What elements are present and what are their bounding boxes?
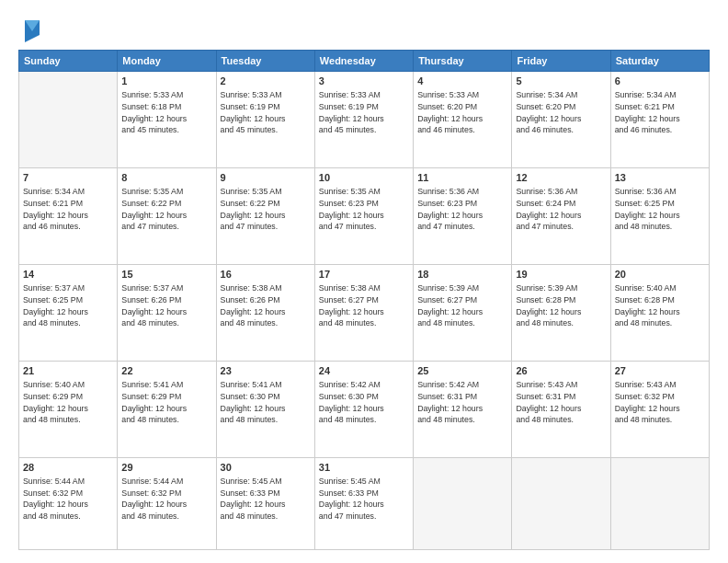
day-number: 27 xyxy=(615,364,705,378)
calendar-cell: 23Sunrise: 5:41 AM Sunset: 6:30 PM Dayli… xyxy=(216,361,314,457)
calendar-cell xyxy=(19,72,118,168)
calendar-cell: 26Sunrise: 5:43 AM Sunset: 6:31 PM Dayli… xyxy=(512,361,610,457)
day-number: 16 xyxy=(221,268,311,282)
day-info: Sunrise: 5:44 AM Sunset: 6:32 PM Dayligh… xyxy=(23,477,88,522)
calendar-cell: 20Sunrise: 5:40 AM Sunset: 6:28 PM Dayli… xyxy=(610,264,709,361)
calendar-cell: 9Sunrise: 5:35 AM Sunset: 6:22 PM Daylig… xyxy=(216,167,314,264)
day-info: Sunrise: 5:33 AM Sunset: 6:19 PM Dayligh… xyxy=(319,90,384,135)
calendar-cell: 5Sunrise: 5:34 AM Sunset: 6:20 PM Daylig… xyxy=(512,72,610,168)
week-row-4: 21Sunrise: 5:40 AM Sunset: 6:29 PM Dayli… xyxy=(19,361,710,457)
day-info: Sunrise: 5:42 AM Sunset: 6:31 PM Dayligh… xyxy=(417,380,483,425)
day-number: 23 xyxy=(221,364,311,378)
calendar-cell: 21Sunrise: 5:40 AM Sunset: 6:29 PM Dayli… xyxy=(19,361,118,457)
day-info: Sunrise: 5:43 AM Sunset: 6:32 PM Dayligh… xyxy=(615,380,680,425)
day-info: Sunrise: 5:35 AM Sunset: 6:22 PM Dayligh… xyxy=(121,187,187,232)
day-number: 19 xyxy=(516,268,606,282)
day-info: Sunrise: 5:43 AM Sunset: 6:31 PM Dayligh… xyxy=(516,380,581,425)
day-number: 13 xyxy=(615,171,705,185)
day-number: 8 xyxy=(121,171,211,185)
calendar-cell: 28Sunrise: 5:44 AM Sunset: 6:32 PM Dayli… xyxy=(19,457,118,549)
calendar-cell: 13Sunrise: 5:36 AM Sunset: 6:25 PM Dayli… xyxy=(610,167,709,264)
day-number: 28 xyxy=(23,461,113,475)
calendar-cell: 7Sunrise: 5:34 AM Sunset: 6:21 PM Daylig… xyxy=(19,167,118,264)
day-number: 24 xyxy=(319,364,409,378)
day-number: 31 xyxy=(319,461,409,475)
day-number: 7 xyxy=(23,171,113,185)
calendar-cell: 29Sunrise: 5:44 AM Sunset: 6:32 PM Dayli… xyxy=(118,457,216,549)
calendar-cell: 17Sunrise: 5:38 AM Sunset: 6:27 PM Dayli… xyxy=(314,264,413,361)
day-number: 9 xyxy=(221,171,311,185)
day-info: Sunrise: 5:35 AM Sunset: 6:22 PM Dayligh… xyxy=(221,187,286,232)
calendar-cell: 11Sunrise: 5:36 AM Sunset: 6:23 PM Dayli… xyxy=(414,167,512,264)
col-tuesday: Tuesday xyxy=(216,51,314,72)
calendar-cell: 12Sunrise: 5:36 AM Sunset: 6:24 PM Dayli… xyxy=(512,167,610,264)
day-number: 29 xyxy=(121,461,211,475)
day-info: Sunrise: 5:39 AM Sunset: 6:27 PM Dayligh… xyxy=(417,283,483,328)
day-info: Sunrise: 5:38 AM Sunset: 6:26 PM Dayligh… xyxy=(221,283,286,328)
calendar-cell: 15Sunrise: 5:37 AM Sunset: 6:26 PM Dayli… xyxy=(118,264,216,361)
day-info: Sunrise: 5:36 AM Sunset: 6:25 PM Dayligh… xyxy=(615,187,680,232)
col-monday: Monday xyxy=(118,51,216,72)
calendar-cell: 4Sunrise: 5:33 AM Sunset: 6:20 PM Daylig… xyxy=(414,72,512,168)
day-number: 30 xyxy=(221,461,311,475)
day-info: Sunrise: 5:34 AM Sunset: 6:21 PM Dayligh… xyxy=(615,90,680,135)
day-info: Sunrise: 5:35 AM Sunset: 6:23 PM Dayligh… xyxy=(319,187,384,232)
day-info: Sunrise: 5:34 AM Sunset: 6:21 PM Dayligh… xyxy=(23,187,88,232)
week-row-1: 1Sunrise: 5:33 AM Sunset: 6:18 PM Daylig… xyxy=(19,72,710,168)
day-info: Sunrise: 5:45 AM Sunset: 6:33 PM Dayligh… xyxy=(221,477,286,522)
calendar-cell: 19Sunrise: 5:39 AM Sunset: 6:28 PM Dayli… xyxy=(512,264,610,361)
day-number: 14 xyxy=(23,268,113,282)
calendar-cell: 6Sunrise: 5:34 AM Sunset: 6:21 PM Daylig… xyxy=(610,72,709,168)
day-info: Sunrise: 5:39 AM Sunset: 6:28 PM Dayligh… xyxy=(516,283,581,328)
logo xyxy=(18,18,41,44)
day-info: Sunrise: 5:34 AM Sunset: 6:20 PM Dayligh… xyxy=(516,90,581,135)
day-number: 25 xyxy=(417,364,507,378)
day-number: 26 xyxy=(516,364,606,378)
header xyxy=(18,17,710,44)
day-info: Sunrise: 5:33 AM Sunset: 6:20 PM Dayligh… xyxy=(417,90,483,135)
calendar-cell: 3Sunrise: 5:33 AM Sunset: 6:19 PM Daylig… xyxy=(314,72,413,168)
day-number: 10 xyxy=(319,171,409,185)
logo-icon xyxy=(21,18,41,44)
calendar-table: Sunday Monday Tuesday Wednesday Thursday… xyxy=(18,50,710,550)
day-number: 2 xyxy=(221,75,311,88)
page: Sunday Monday Tuesday Wednesday Thursday… xyxy=(0,0,728,563)
calendar-cell: 8Sunrise: 5:35 AM Sunset: 6:22 PM Daylig… xyxy=(118,167,216,264)
day-number: 20 xyxy=(615,268,705,282)
day-number: 1 xyxy=(121,75,211,88)
day-info: Sunrise: 5:33 AM Sunset: 6:19 PM Dayligh… xyxy=(221,90,286,135)
day-info: Sunrise: 5:41 AM Sunset: 6:29 PM Dayligh… xyxy=(121,380,187,425)
day-info: Sunrise: 5:38 AM Sunset: 6:27 PM Dayligh… xyxy=(319,283,384,328)
calendar-cell: 16Sunrise: 5:38 AM Sunset: 6:26 PM Dayli… xyxy=(216,264,314,361)
calendar-cell: 22Sunrise: 5:41 AM Sunset: 6:29 PM Dayli… xyxy=(118,361,216,457)
day-info: Sunrise: 5:41 AM Sunset: 6:30 PM Dayligh… xyxy=(221,380,286,425)
day-number: 12 xyxy=(516,171,606,185)
calendar-header-row: Sunday Monday Tuesday Wednesday Thursday… xyxy=(19,51,710,72)
day-info: Sunrise: 5:36 AM Sunset: 6:23 PM Dayligh… xyxy=(417,187,483,232)
day-info: Sunrise: 5:40 AM Sunset: 6:29 PM Dayligh… xyxy=(23,380,88,425)
col-sunday: Sunday xyxy=(19,51,118,72)
col-saturday: Saturday xyxy=(610,51,709,72)
calendar-cell: 24Sunrise: 5:42 AM Sunset: 6:30 PM Dayli… xyxy=(314,361,413,457)
day-info: Sunrise: 5:36 AM Sunset: 6:24 PM Dayligh… xyxy=(516,187,581,232)
calendar-cell: 18Sunrise: 5:39 AM Sunset: 6:27 PM Dayli… xyxy=(414,264,512,361)
day-number: 22 xyxy=(121,364,211,378)
week-row-3: 14Sunrise: 5:37 AM Sunset: 6:25 PM Dayli… xyxy=(19,264,710,361)
day-info: Sunrise: 5:37 AM Sunset: 6:25 PM Dayligh… xyxy=(23,283,88,328)
day-number: 11 xyxy=(417,171,507,185)
calendar-cell: 2Sunrise: 5:33 AM Sunset: 6:19 PM Daylig… xyxy=(216,72,314,168)
day-info: Sunrise: 5:40 AM Sunset: 6:28 PM Dayligh… xyxy=(615,283,680,328)
week-row-5: 28Sunrise: 5:44 AM Sunset: 6:32 PM Dayli… xyxy=(19,457,710,549)
day-info: Sunrise: 5:42 AM Sunset: 6:30 PM Dayligh… xyxy=(319,380,384,425)
day-info: Sunrise: 5:44 AM Sunset: 6:32 PM Dayligh… xyxy=(121,477,187,522)
day-number: 5 xyxy=(516,75,606,88)
col-friday: Friday xyxy=(512,51,610,72)
col-wednesday: Wednesday xyxy=(314,51,413,72)
week-row-2: 7Sunrise: 5:34 AM Sunset: 6:21 PM Daylig… xyxy=(19,167,710,264)
calendar-cell xyxy=(414,457,512,549)
calendar-cell: 30Sunrise: 5:45 AM Sunset: 6:33 PM Dayli… xyxy=(216,457,314,549)
day-number: 17 xyxy=(319,268,409,282)
col-thursday: Thursday xyxy=(414,51,512,72)
day-number: 4 xyxy=(417,75,507,88)
day-number: 3 xyxy=(319,75,409,88)
